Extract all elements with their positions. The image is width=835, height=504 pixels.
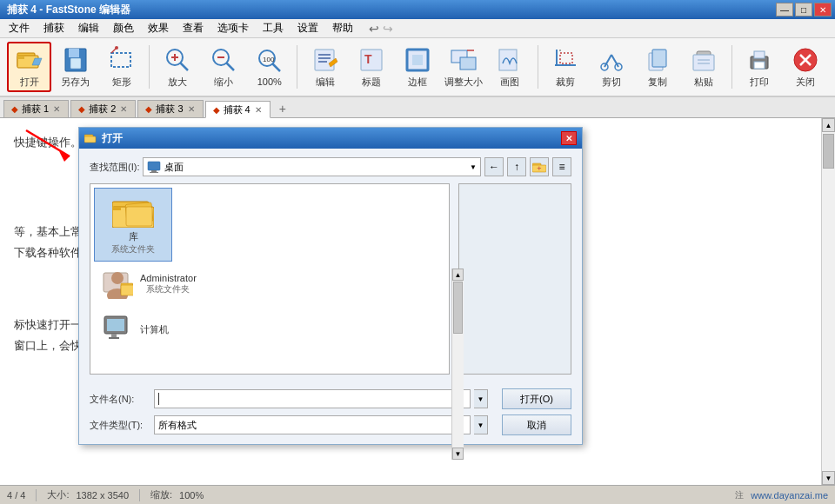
tab-4[interactable]: ◆ 捕获 4 ✕ (205, 101, 271, 118)
menu-color[interactable]: 颜色 (108, 19, 139, 37)
menu-view[interactable]: 查看 (177, 19, 209, 37)
copy-button[interactable]: 复制 (636, 42, 680, 92)
resize-label: 调整大小 (444, 76, 483, 89)
tab-3-close[interactable]: ✕ (187, 104, 196, 114)
website-logo: www.dayanzai.me (751, 490, 828, 501)
menu-tabs[interactable]: 选项卡 (212, 19, 254, 37)
view-toggle-button[interactable]: ≡ (552, 157, 571, 176)
svg-point-69 (111, 272, 124, 284)
scroll-up-arrow[interactable]: ▲ (452, 269, 464, 281)
scroll-thumb[interactable] (453, 282, 463, 334)
title-bar: 捕获 4 - FastStone 编辑器 — □ ✕ (0, 0, 835, 19)
menu-effect[interactable]: 效果 (143, 19, 174, 37)
close-doc-icon (792, 46, 819, 74)
location-combo-arrow[interactable]: ▼ (470, 163, 477, 171)
menu-edit[interactable]: 编辑 (73, 19, 104, 37)
menu-tools[interactable]: 工具 (257, 19, 289, 37)
scroll-track (452, 335, 464, 448)
zoom-in-icon (164, 46, 191, 74)
svg-rect-65 (112, 207, 121, 210)
tab-4-close[interactable]: ✕ (254, 105, 263, 115)
border-button[interactable]: 边框 (395, 42, 439, 92)
filename-input[interactable] (154, 389, 471, 408)
zoom-in-button[interactable]: 放大 (155, 42, 199, 92)
location-combo[interactable]: 桌面 ▼ (143, 157, 481, 176)
cut-button[interactable]: 剪切 (590, 42, 634, 92)
zoom-label: 缩放: (150, 488, 172, 501)
svg-point-9 (115, 46, 118, 50)
svg-rect-7 (111, 53, 130, 67)
nav-back-button[interactable]: ← (484, 157, 504, 176)
svg-rect-28 (412, 55, 423, 65)
tab-3[interactable]: ◆ 捕获 3 ✕ (137, 100, 203, 117)
draw-button[interactable]: 画图 (488, 42, 532, 92)
new-folder-button[interactable]: + (530, 157, 549, 176)
file-list-scrollbar[interactable]: ▲ ▼ (451, 269, 464, 460)
tab-1-close[interactable]: ✕ (52, 104, 61, 114)
edit-label: 编辑 (316, 76, 335, 89)
filetype-dropdown[interactable]: ▼ (474, 415, 488, 434)
file-item-library[interactable]: 库 系统文件夹 (94, 188, 172, 262)
crop-icon (551, 46, 579, 74)
cut-icon (598, 46, 625, 74)
open-button[interactable]: 打开 (7, 42, 51, 92)
tab-bar: ◆ 捕获 1 ✕ ◆ 捕获 2 ✕ ◆ 捕获 3 ✕ ◆ 捕获 4 ✕ + (0, 97, 835, 118)
edit-button[interactable]: 编辑 (303, 42, 347, 92)
file-browser-area: 库 系统文件夹 (90, 183, 571, 381)
close-window-button[interactable]: ✕ (814, 3, 832, 17)
scroll-down-arrow[interactable]: ▼ (452, 448, 464, 460)
svg-line-11 (180, 63, 188, 70)
crop-button[interactable]: 裁剪 (544, 42, 588, 92)
filetype-combo[interactable]: 所有格式 (154, 415, 471, 434)
undo-button[interactable]: ↩ (369, 22, 379, 36)
file-item-computer[interactable]: 计算机 (94, 307, 445, 352)
svg-rect-48 (754, 51, 765, 58)
close-doc-button[interactable]: 关闭 (784, 42, 828, 92)
paste-button[interactable]: 粘贴 (682, 42, 726, 92)
print-button[interactable]: 打印 (738, 42, 782, 92)
maximize-button[interactable]: □ (795, 3, 812, 17)
zoom-100-button[interactable]: 100 100% (247, 42, 291, 92)
main-scrollbar[interactable]: ▲ ▼ (821, 118, 835, 485)
filename-dropdown[interactable]: ▼ (474, 389, 488, 408)
file-item-administrator[interactable]: Administrator 系统文件夹 (94, 262, 445, 307)
save-as-button[interactable]: 另存为 (53, 42, 97, 92)
draw-label: 画图 (500, 76, 519, 89)
menu-help[interactable]: 帮助 (327, 19, 358, 37)
svg-rect-67 (126, 207, 152, 226)
dialog-cancel-button[interactable]: 取消 (502, 414, 571, 435)
paste-icon (690, 46, 718, 74)
preview-area (458, 183, 571, 375)
new-tab-button[interactable]: + (272, 100, 293, 117)
minimize-button[interactable]: — (776, 3, 793, 17)
svg-line-18 (272, 63, 280, 71)
zoom-value: 100% (179, 490, 204, 501)
cut-label: 剪切 (602, 76, 621, 89)
menu-file[interactable]: 文件 (3, 19, 35, 37)
draw-icon (496, 46, 524, 74)
main-scroll-up[interactable]: ▲ (822, 118, 835, 132)
rect-label: 矩形 (112, 76, 131, 89)
nav-up-button[interactable]: ↑ (507, 157, 526, 176)
svg-rect-44 (693, 55, 714, 70)
toolbar: 打开 另存为 矩形 (0, 38, 835, 97)
dialog-close-button[interactable]: ✕ (561, 131, 577, 145)
menu-capture[interactable]: 捕获 (38, 19, 70, 37)
toolbar-sep-1 (149, 45, 150, 89)
border-label: 边框 (408, 76, 427, 89)
menu-settings[interactable]: 设置 (292, 19, 324, 37)
main-scroll-thumb[interactable] (823, 134, 834, 169)
dialog-open-button[interactable]: 打开(O) (502, 388, 571, 409)
zoom-out-button[interactable]: 缩小 (201, 42, 245, 92)
resize-button[interactable]: 调整大小 (442, 42, 486, 92)
tab-1[interactable]: ◆ 捕获 1 ✕ (3, 100, 69, 117)
rect-button[interactable]: 矩形 (99, 42, 144, 92)
svg-rect-56 (84, 136, 96, 143)
title-button[interactable]: T 标题 (349, 42, 393, 92)
svg-rect-57 (148, 162, 160, 170)
main-scroll-down[interactable]: ▼ (822, 471, 835, 485)
tab-2[interactable]: ◆ 捕获 2 ✕ (70, 100, 136, 117)
copy-icon (644, 46, 671, 74)
redo-button[interactable]: ↪ (383, 22, 393, 36)
tab-2-close[interactable]: ✕ (119, 104, 128, 114)
